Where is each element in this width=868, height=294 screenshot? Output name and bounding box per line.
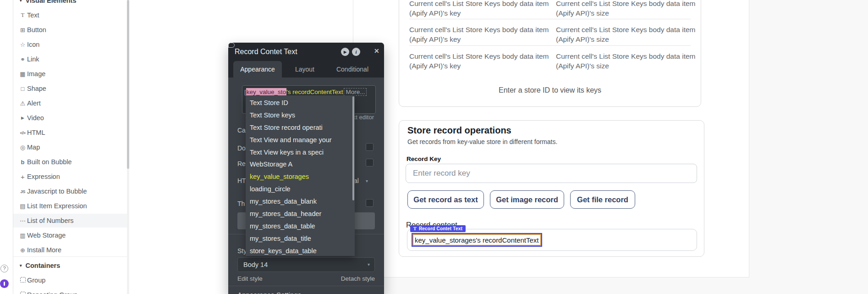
item-label: Video [27, 114, 44, 122]
dialog-header[interactable]: Record Contet Text ▶ i ✕ [228, 43, 384, 61]
shape-icon: □ [19, 85, 27, 92]
item-label: Javascript to Bubble [27, 188, 87, 195]
dropdown-item[interactable]: Text Store record operati [246, 122, 355, 134]
field-label-do: Do [237, 144, 246, 152]
style-select[interactable]: Body 14 ▾ [237, 257, 375, 272]
dropdown-item[interactable]: my_stores_data_table [246, 220, 355, 233]
sidebar-item-video[interactable]: ▶Video [13, 111, 127, 125]
key-cell: Current cell's List Store Keys body data… [409, 25, 552, 44]
size-cell: Current cell's List Store Keys body data… [556, 0, 699, 18]
button-icon: ⊞ [19, 27, 27, 33]
sidebar-item-repeating-group[interactable]: Repeating Group [13, 288, 127, 294]
ellipsis-icon: ⋯ [19, 217, 27, 224]
expression-more-button[interactable]: More... [344, 88, 367, 96]
sidebar-item-image[interactable]: ▦Image [13, 67, 127, 81]
card-title: Store record operations [407, 125, 511, 136]
storage-icon: ▥ [19, 232, 27, 239]
dialog-title: Record Contet Text [235, 43, 297, 61]
tab-conditional[interactable]: Conditional [330, 61, 375, 78]
elements-palette: ▾ Visual Elements TText ⊞Button ☆Icon ⚭L… [13, 0, 130, 294]
dropdown-item[interactable]: my_stores_data_blank [246, 195, 355, 208]
sidebar-item-link[interactable]: ⚭Link [13, 52, 127, 66]
sidebar-item-shape[interactable]: □Shape [13, 82, 127, 95]
preview-icon[interactable]: ▶ [341, 48, 349, 56]
expression-dynamic-token[interactable]: 's recordContentText [286, 89, 343, 95]
detach-style-link[interactable]: Detach style [341, 275, 375, 282]
sidebar-item-list-item-expression[interactable]: ▤List Item Expression [13, 199, 127, 213]
style-select-value: Body 14 [243, 258, 268, 272]
item-label: Image [27, 70, 45, 78]
sidebar-item-map[interactable]: ◎Map [13, 140, 127, 154]
intercom-chat-icon[interactable] [0, 279, 9, 288]
help-icon[interactable]: ? [0, 265, 8, 272]
sidebar-item-web-storage[interactable]: ▥Web Storage [13, 228, 127, 242]
dropdown-item-highlighted[interactable]: key_value_storages [246, 171, 355, 183]
section-visual-elements[interactable]: ▾ Visual Elements [20, 0, 76, 4]
dropdown-item[interactable]: WebStorage A [246, 158, 355, 171]
badge-label: Record Contet Text [419, 226, 462, 231]
star-icon: ☆ [19, 41, 27, 48]
item-label: Alert [27, 100, 41, 107]
sidebar-item-icon[interactable]: ☆Icon [13, 38, 127, 51]
item-label: Group [27, 277, 45, 284]
dropdown-item[interactable]: my_stores_data_header [246, 208, 355, 220]
sidebar-item-built-on-bubble[interactable]: bBuilt on Bubble [13, 155, 127, 169]
edit-style-link[interactable]: Edit style [237, 275, 263, 282]
sidebar-item-button[interactable]: ⊞Button [13, 23, 127, 37]
section-containers[interactable]: ▾ Containers [20, 262, 60, 269]
item-label: Icon [27, 41, 39, 48]
dropdown-item[interactable]: store_keys_data_table [246, 245, 355, 256]
store-record-operations-card: Store record operations Get records from… [399, 120, 704, 257]
record-key-input[interactable] [406, 164, 697, 183]
text-element-icon: T [413, 226, 417, 231]
dropdown-item[interactable]: my_stores_data_title [246, 233, 355, 245]
card-subtitle: Get records from key-value store in diff… [407, 138, 557, 145]
get-record-as-text-button[interactable]: Get record as text [407, 190, 484, 209]
item-label: Install More [27, 246, 61, 254]
sidebar-item-group[interactable]: Group [13, 273, 127, 287]
dropdown-item[interactable]: loading_circle [246, 183, 355, 195]
sidebar-scrollbar-thumb[interactable] [127, 0, 129, 169]
sidebar-item-html[interactable]: </>HTML [13, 126, 127, 139]
dialog-tab-bar: Appearance Layout Conditional [228, 61, 384, 78]
dropdown-item[interactable]: Text View and manage your [246, 134, 355, 146]
empty-state-text: Enter a store ID to view its keys [399, 86, 701, 94]
sidebar-item-text[interactable]: TText [13, 8, 127, 22]
item-label: Web Storage [27, 232, 66, 239]
tab-appearance[interactable]: Appearance [233, 61, 282, 78]
row-divider [409, 45, 691, 46]
close-icon[interactable]: ✕ [374, 47, 379, 55]
bubble-editor: ? ▾ Visual Elements TText ⊞Button ☆Icon … [0, 0, 868, 294]
sidebar-item-list-of-numbers[interactable]: ⋯List of Numbers [13, 214, 127, 227]
sidebar-item-install-more[interactable]: ⊕Install More [13, 243, 127, 257]
checkbox-re[interactable] [366, 159, 374, 166]
selected-text-element[interactable]: key_value_storages's recordContentText [412, 234, 541, 246]
dropdown-item[interactable]: Text View keys in a speci [246, 146, 355, 159]
get-file-record-button[interactable]: Get file record [570, 190, 635, 209]
alert-icon: ⚠ [19, 100, 27, 107]
sidebar-item-javascript-to-bubble[interactable]: JSJavascript to Bubble [13, 184, 127, 198]
dropdown-item[interactable]: Text Store keys [246, 109, 355, 122]
item-label: Expression [27, 173, 60, 180]
intercom-glyph [4, 282, 5, 286]
record-key-label: Record Key [407, 155, 441, 162]
expression-selected-token[interactable]: key_value_sto [246, 88, 286, 96]
sidebar-item-alert[interactable]: ⚠Alert [13, 96, 127, 110]
dropdown-item[interactable]: Text Store ID [246, 97, 355, 109]
checkbox-do[interactable] [366, 143, 374, 151]
js-icon: JS [19, 189, 27, 194]
field-label-re: Re [237, 160, 246, 167]
field-label-th: Th [237, 200, 245, 207]
checkbox-th[interactable] [366, 199, 374, 207]
dropdown-scrollbar-thumb[interactable] [352, 96, 354, 200]
left-rail: ? [0, 0, 13, 294]
sidebar-item-expression[interactable]: +Expression [13, 170, 127, 183]
get-image-record-button[interactable]: Get image record [490, 190, 564, 209]
tab-layout[interactable]: Layout [282, 61, 328, 78]
autocomplete-dropdown: Text Store ID Text Store keys Text Store… [246, 95, 355, 256]
info-icon[interactable]: i [352, 48, 360, 56]
group-icon [19, 277, 27, 284]
expression-line: [key_value_sto's recordContentTextMore..… [244, 89, 367, 95]
property-editor-dialog: Record Contet Text ▶ i ✕ Appearance Layo… [228, 43, 384, 294]
comment-icon[interactable] [228, 43, 235, 48]
